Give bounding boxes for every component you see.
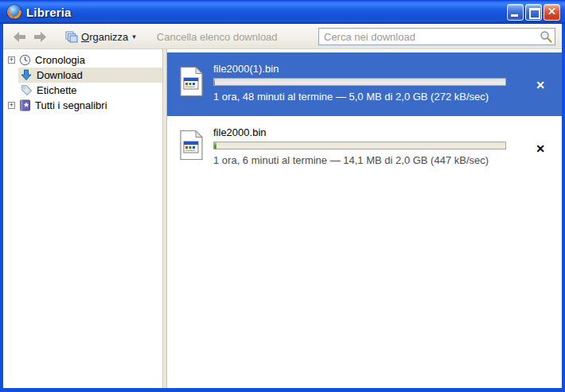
download-progressbar (213, 142, 506, 149)
firefox-logo-icon (7, 5, 21, 19)
binary-file-icon (178, 130, 205, 161)
downloads-list: file2000(1).bin 1 ora, 48 minuti al term… (167, 49, 562, 388)
stacked-pages-icon (65, 31, 78, 43)
clear-download-list-button[interactable]: Cancella elenco download (157, 31, 278, 43)
cancel-download-button[interactable]: ✕ (533, 142, 547, 157)
organize-label: Organizza (81, 31, 128, 43)
organize-button[interactable]: Organizza ▾ (59, 28, 142, 46)
download-row[interactable]: file2000.bin 1 ora, 6 minuti al termine … (167, 116, 562, 180)
download-row[interactable]: file2000(1).bin 1 ora, 48 minuti al term… (167, 52, 562, 116)
sidebar-item-etichette[interactable]: Etichette (3, 83, 162, 98)
search-input[interactable] (318, 28, 555, 45)
chevron-down-icon: ▾ (132, 33, 136, 41)
expander-plus-icon[interactable]: + (8, 56, 15, 64)
sidebar-item-download[interactable]: Download (3, 68, 162, 83)
sidebar-item-label: Etichette (37, 84, 77, 96)
close-button[interactable] (544, 4, 560, 21)
sidebar-item-label: Cronologia (35, 54, 85, 66)
forward-button[interactable] (30, 27, 49, 46)
clock-icon (18, 54, 31, 67)
window-controls (507, 4, 560, 21)
search-icon[interactable] (540, 30, 552, 43)
bookmarks-book-icon (18, 99, 31, 112)
download-info: file2000.bin 1 ora, 6 minuti al termine … (213, 126, 533, 166)
expander-plus-icon[interactable]: + (8, 102, 15, 109)
download-status: 1 ora, 48 minuti al termine — 5,0 MB di … (213, 91, 533, 103)
binary-file-icon (178, 66, 205, 97)
sidebar-item-label: Download (37, 69, 83, 81)
library-window: Libreria (0, 0, 565, 392)
sidebar-item-cronologia[interactable]: + Cronologia (3, 52, 162, 68)
download-progressbar (213, 78, 506, 86)
content-area: + Cronologia (3, 49, 562, 388)
download-filename: file2000.bin (213, 126, 533, 138)
maximize-button[interactable] (525, 4, 542, 21)
window-title: Libreria (26, 6, 72, 19)
download-info: file2000(1).bin 1 ora, 48 minuti al term… (213, 63, 533, 103)
window-frame: Organizza ▾ Cancella elenco download + (0, 24, 565, 392)
download-progress-fill (214, 79, 215, 85)
titlebar[interactable]: Libreria (0, 0, 565, 24)
back-arrow-icon (13, 31, 26, 43)
toolbar: Organizza ▾ Cancella elenco download (3, 24, 562, 49)
forward-arrow-icon (33, 31, 47, 43)
download-filename: file2000(1).bin (213, 63, 533, 75)
back-button[interactable] (10, 27, 29, 46)
minimize-button[interactable] (507, 4, 524, 21)
download-status: 1 ora, 6 minuti al termine — 14,1 MB di … (213, 154, 533, 166)
sidebar: + Cronologia (3, 49, 162, 388)
tag-icon (20, 84, 33, 97)
download-arrow-icon (20, 69, 33, 82)
sidebar-item-label: Tutti i segnalibri (35, 99, 107, 111)
search-box (318, 28, 555, 45)
download-progress-fill (214, 142, 216, 149)
sidebar-item-tutti-i-segnalibri[interactable]: + Tutti i segnalibri (3, 98, 162, 113)
cancel-download-button[interactable]: ✕ (533, 79, 547, 93)
